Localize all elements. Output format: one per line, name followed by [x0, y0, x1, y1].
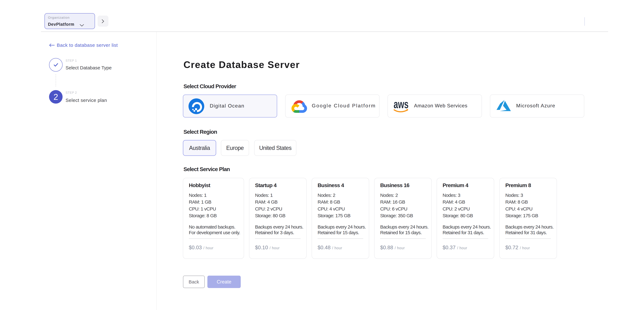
svg-text:aws: aws: [394, 101, 409, 111]
